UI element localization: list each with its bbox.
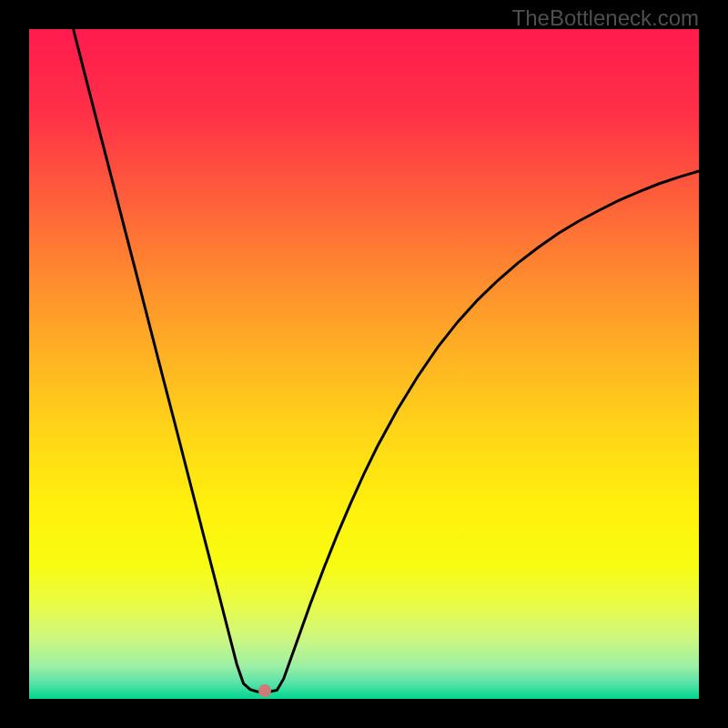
plot-area <box>29 29 699 699</box>
chart-frame: TheBottleneck.com <box>0 0 728 728</box>
watermark-text: TheBottleneck.com <box>512 5 699 31</box>
bottleneck-curve <box>29 29 699 699</box>
